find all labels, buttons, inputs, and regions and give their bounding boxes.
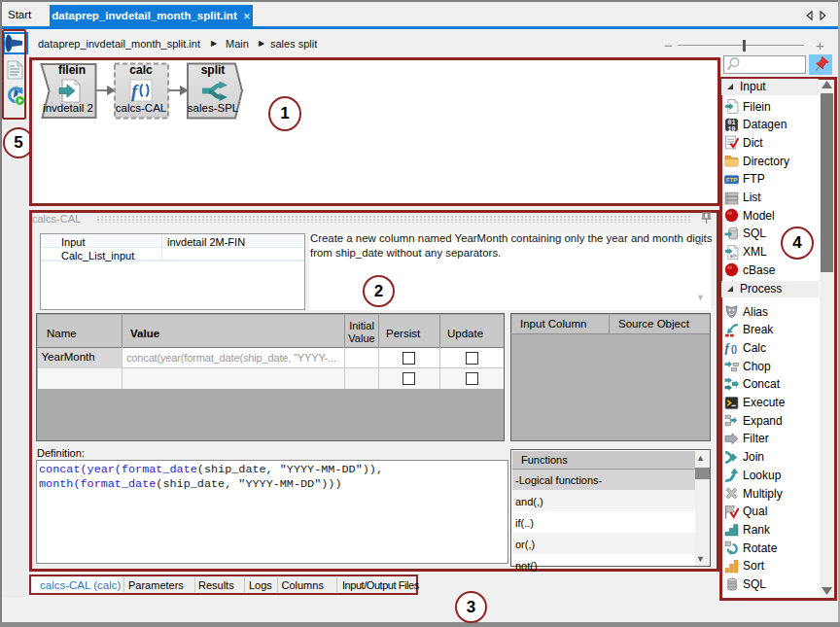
svg-text:s/>: s/> (730, 254, 737, 259)
svg-text:(): () (731, 344, 737, 354)
svg-text:calc: calc (129, 63, 153, 77)
svg-text:filein: filein (58, 63, 86, 77)
svg-text:invdetail 2: invdetail 2 (43, 102, 93, 114)
svg-text:FTP: FTP (726, 176, 738, 183)
svg-text:f: f (725, 342, 731, 356)
svg-text:10: 10 (728, 124, 736, 132)
svg-text:calcs-CAL: calcs-CAL (116, 102, 167, 114)
svg-text:split: split (201, 63, 226, 77)
svg-text:sales-SPL: sales-SPL (188, 102, 239, 114)
